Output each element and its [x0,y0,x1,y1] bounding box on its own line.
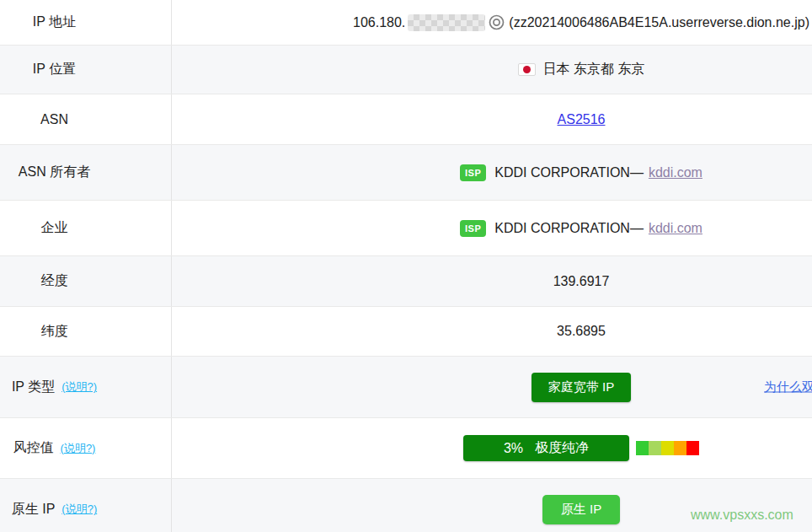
native-ip-value: 原生 IP [172,479,812,532]
enterprise-value: ISP KDDI CORPORATION— kddi.com [172,201,812,255]
table-row-ip-address: IP 地址 106.180. (zz20214006486AB4E15A.use… [0,0,812,46]
row-label-cell: 经度 [0,256,172,306]
ip-type-value: 家庭宽带 IP [172,357,812,417]
risk-scale-segment [636,441,649,455]
row-label-cell: IP 类型 (说明?) [0,357,172,417]
enterprise-site-link[interactable]: kddi.com [649,221,702,236]
risk-scale-segment [686,441,699,455]
table-row-native-ip: 原生 IP (说明?) 原生 IP www.vpsxxs.com [0,479,812,532]
ip-address-value: 106.180. (zz20214006486AB4E15A.userrever… [172,0,812,45]
asn-value: AS2516 [172,94,812,144]
row-label-cell: 纬度 [0,307,172,356]
row-value-cell: 原生 IP www.vpsxxs.com [172,479,812,532]
asn-owner-name: KDDI CORPORATION— [494,165,644,180]
row-label: 纬度 [41,323,68,341]
masked-ip-blur [408,14,485,31]
row-value-cell: 139.6917 [172,256,812,306]
row-value-cell: AS2516 [172,94,812,144]
row-value-cell: ISP KDDI CORPORATION— kddi.com [172,201,812,255]
row-value-cell: 家庭宽带 IP 为什么双 [172,357,812,417]
risk-value: 3% 极度纯净 [172,418,812,478]
row-label: 风控值 [13,439,54,457]
reverse-dns: (zz20214006486AB4E15A.userreverse.dion.n… [509,15,809,30]
risk-scale-segment [661,441,674,455]
risk-scale-segment [649,441,661,455]
latitude-value: 35.6895 [172,307,812,356]
risk-help-link[interactable]: (说明?) [61,441,96,456]
site-watermark: www.vpsxxs.com [691,508,793,523]
asn-link[interactable]: AS2516 [558,112,606,127]
ip-type-badge: 家庭宽带 IP [532,373,631,402]
japan-flag-icon [518,63,536,76]
table-row-ip-type: IP 类型 (说明?) 家庭宽带 IP 为什么双 [0,357,812,418]
risk-color-scale [636,441,699,455]
risk-score-bar: 3% 极度纯净 [463,435,629,461]
row-label-cell: ASN 所有者 [0,145,172,200]
native-ip-badge: 原生 IP [542,495,620,524]
table-row-longitude: 经度 139.6917 [0,256,812,307]
row-label-cell: IP 地址 [0,0,172,45]
table-row-ip-location: IP 位置 日本 东京都 东京 [0,46,812,94]
ip-info-table: IP 地址 106.180. (zz20214006486AB4E15A.use… [0,0,812,532]
row-label: ASN 所有者 [19,164,90,181]
row-value-cell: 日本 东京都 东京 [172,46,812,94]
row-label-cell: ASN [0,94,172,144]
table-row-asn-owner: ASN 所有者 ISP KDDI CORPORATION— kddi.com [0,145,812,201]
risk-percent: 3% [504,441,523,456]
row-label-cell: 企业 [0,201,172,255]
ip-prefix: 106.180. [353,15,405,30]
row-label: ASN [40,112,68,127]
risk-scale-segment [674,441,686,455]
ip-location-value: 日本 东京都 东京 [172,46,812,94]
table-row-latitude: 纬度 35.6895 [0,307,812,357]
location-text: 日本 东京都 东京 [543,61,645,78]
row-label: 经度 [41,272,68,290]
why-dual-isp-link[interactable]: 为什么双 [764,379,812,395]
row-label: IP 类型 [12,379,55,396]
row-value-cell: 106.180. (zz20214006486AB4E15A.userrever… [172,0,812,45]
table-row-asn: ASN AS2516 [0,94,812,145]
isp-badge: ISP [460,220,486,237]
asn-owner-site-link[interactable]: kddi.com [649,165,702,180]
row-value-cell: ISP KDDI CORPORATION— kddi.com [172,145,812,200]
longitude-value: 139.6917 [172,256,812,306]
row-value-cell: 35.6895 [172,307,812,356]
risk-verdict: 极度纯净 [535,439,589,457]
row-label: IP 位置 [33,61,76,78]
asn-owner-value: ISP KDDI CORPORATION— kddi.com [172,145,812,200]
row-label: 原生 IP [12,501,56,519]
ip-type-help-link[interactable]: (说明?) [61,379,97,395]
row-label-cell: IP 位置 [0,46,172,94]
row-label-cell: 风控值 (说明?) [0,418,172,478]
table-row-enterprise: 企业 ISP KDDI CORPORATION— kddi.com [0,201,812,256]
isp-badge: ISP [460,164,486,181]
enterprise-name: KDDI CORPORATION— [494,221,644,236]
row-label-cell: 原生 IP (说明?) [0,479,172,532]
row-value-cell: 3% 极度纯净 [172,418,812,478]
native-ip-help-link[interactable]: (说明?) [61,502,97,517]
table-row-risk-value: 风控值 (说明?) 3% 极度纯净 [0,418,812,479]
row-label: IP 地址 [33,13,76,31]
row-label: 企业 [41,219,68,237]
eye-reveal-icon[interactable] [488,13,505,31]
